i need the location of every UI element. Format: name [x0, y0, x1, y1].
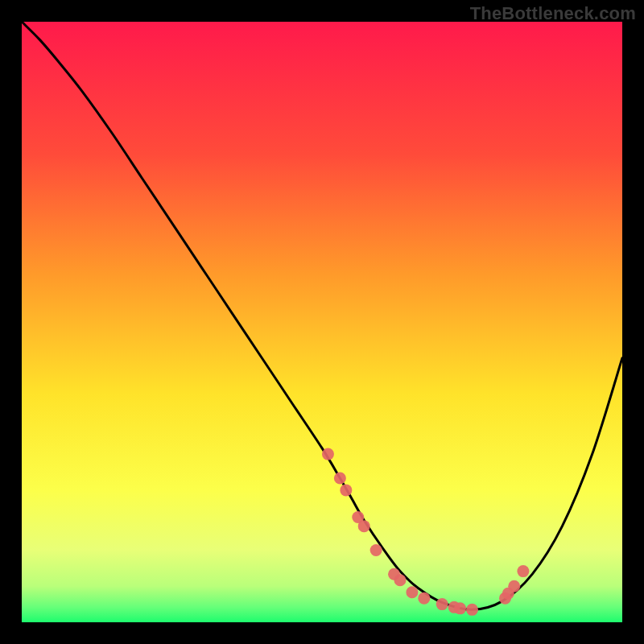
sample-point [334, 472, 346, 484]
sample-point [322, 448, 334, 460]
watermark-text: TheBottleneck.com [470, 3, 636, 24]
sample-point [418, 592, 430, 605]
sample-point [466, 604, 478, 616]
sample-point [340, 484, 352, 496]
sample-point [406, 586, 418, 598]
sample-point [454, 602, 466, 614]
sample-point [517, 565, 529, 577]
sample-point [508, 580, 520, 592]
gradient-background [22, 22, 622, 622]
chart-svg [22, 22, 622, 622]
sample-point [436, 598, 448, 610]
sample-point [394, 574, 406, 586]
sample-point [358, 520, 370, 532]
chart-frame: TheBottleneck.com [0, 0, 644, 644]
sample-point [370, 544, 382, 556]
plot-area [22, 22, 622, 622]
